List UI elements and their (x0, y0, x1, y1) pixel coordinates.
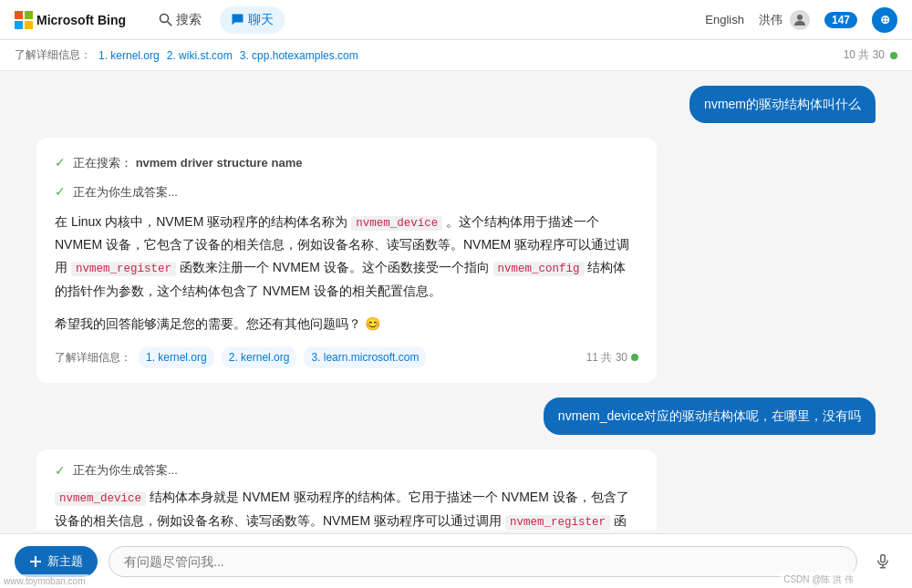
header-right: English 洪伟 147 ⊕ (705, 7, 897, 33)
chat-nav-icon (231, 13, 244, 26)
svg-rect-0 (15, 11, 23, 19)
top-source-3[interactable]: 3. cpp.hotexamples.com (240, 49, 358, 62)
chat-main: nvmem的驱动结构体叫什么 ✓ 正在搜索： nvmem driver stru… (0, 71, 912, 531)
bot-response-1: ✓ 正在搜索： nvmem driver structure name ✓ 正在… (36, 138, 657, 383)
new-topic-button[interactable]: 新主题 (15, 546, 98, 577)
top-source-2[interactable]: 2. wiki.st.com (167, 49, 233, 62)
check-icon-2: ✓ (55, 181, 66, 203)
bot-source-1-2[interactable]: 2. kernel.org (222, 346, 297, 368)
input-area: 新主题 (0, 533, 912, 588)
svg-point-6 (797, 15, 803, 20)
logo-text: Microsoft Bing (36, 13, 126, 27)
bot-sources-label-1: 了解详细信息： (55, 348, 131, 366)
code-nvmem-register-2: nvmem_register (505, 515, 610, 530)
nav-search-label: 搜索 (176, 12, 202, 28)
code-nvmem-register-1: nvmem_register (71, 262, 176, 276)
user-avatar[interactable] (790, 10, 810, 30)
nav-chat[interactable]: 聊天 (220, 6, 285, 34)
top-sources-count: 10 共 30 (844, 47, 897, 63)
svg-line-5 (168, 22, 172, 26)
top-source-1[interactable]: 1. kernel.org (98, 49, 160, 62)
bot-sources-count-1: 11 共 30 (586, 348, 638, 366)
generating-area: ✓ 正在为你生成答案... nvmem_device 结构体本身就是 NVMEM… (36, 449, 657, 531)
bot-sources-1: 了解详细信息： 1. kernel.org 2. kernel.org 3. l… (55, 346, 638, 368)
mic-button[interactable] (868, 547, 897, 576)
top-count-text: 10 共 30 (844, 47, 885, 63)
top-sources-bar: 了解详细信息： 1. kernel.org 2. wiki.st.com 3. … (0, 40, 912, 71)
top-sources-label: 了解详细信息： (15, 47, 91, 63)
bot-source-1-3[interactable]: 3. learn.microsoft.com (304, 346, 426, 368)
profile-circle[interactable]: ⊕ (872, 7, 897, 33)
left-watermark: www.toymoban.com (0, 574, 88, 588)
user-bubble-2: nvmem_device对应的驱动结构体呢，在哪里，没有吗 (36, 397, 876, 435)
user-area: 洪伟 (759, 10, 810, 30)
status-text-2: 正在为你生成答案... (73, 182, 178, 202)
svg-rect-3 (25, 21, 33, 29)
header: Microsoft Bing 搜索 聊天 English 洪伟 (0, 0, 912, 40)
status-line-1: ✓ 正在搜索： nvmem driver structure name (55, 152, 638, 174)
hope-text-1: 希望我的回答能够满足您的需要。您还有其他问题吗？ 😊 (55, 314, 638, 335)
nav-search[interactable]: 搜索 (148, 6, 212, 34)
points-badge: 147 (824, 12, 857, 28)
user-name: 洪伟 (759, 12, 782, 28)
nav-chat-label: 聊天 (248, 12, 274, 28)
new-topic-label: 新主题 (47, 553, 83, 570)
logo-area: Microsoft Bing (15, 11, 126, 29)
generating-check-icon: ✓ (55, 463, 66, 478)
mic-icon (875, 553, 891, 570)
user-bubble-1: nvmem的驱动结构体叫什么 (36, 86, 876, 123)
chat-input[interactable] (109, 546, 857, 577)
check-icon-1: ✓ (55, 152, 66, 174)
status-line-2: ✓ 正在为你生成答案... (55, 181, 638, 203)
header-nav: 搜索 聊天 (148, 6, 285, 34)
svg-point-4 (161, 15, 169, 23)
code-nvmem-device-2: nvmem_device (55, 491, 146, 506)
right-watermark: CSDN @陈 洪 伟 (780, 572, 857, 588)
svg-rect-1 (25, 11, 33, 19)
bot-source-1-1[interactable]: 1. kernel.org (139, 346, 214, 368)
status-text-1: 正在搜索： nvmem driver structure name (73, 153, 302, 173)
generating-status-line: ✓ 正在为你生成答案... (55, 462, 638, 479)
microsoft-icon (15, 11, 33, 29)
code-nvmem-device-1: nvmem_device (351, 216, 442, 231)
search-nav-icon (159, 13, 172, 26)
generating-status-text: 正在为你生成答案... (73, 462, 178, 479)
plus-icon (29, 555, 42, 568)
bot-answer-1: 在 Linux 内核中，NVMEM 驱动程序的结构体名称为 nvmem_devi… (55, 211, 638, 303)
language-selector[interactable]: English (705, 13, 744, 26)
code-nvmem-config-1: nvmem_config (493, 262, 585, 276)
user-message-1: nvmem的驱动结构体叫什么 (689, 86, 876, 123)
status-dot (890, 52, 897, 59)
bot-answer-2: nvmem_device 结构体本身就是 NVMEM 驱动程序的结构体。它用于描… (55, 486, 638, 531)
bot-status-dot-1 (631, 354, 638, 361)
input-icons (868, 547, 897, 576)
svg-rect-2 (15, 21, 23, 29)
user-message-2: nvmem_device对应的驱动结构体呢，在哪里，没有吗 (544, 397, 876, 435)
svg-rect-9 (881, 554, 886, 562)
